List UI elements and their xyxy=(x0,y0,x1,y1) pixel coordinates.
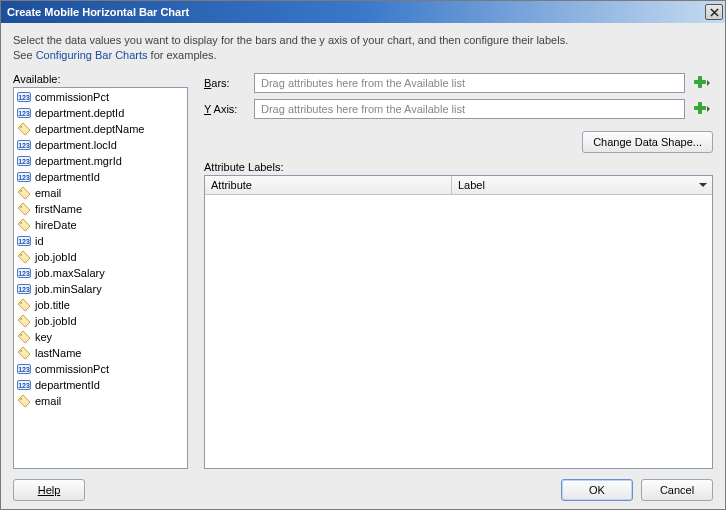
svg-text:123: 123 xyxy=(18,382,30,389)
column-header-label[interactable]: Label xyxy=(452,176,712,194)
bars-label: Bars: xyxy=(204,77,248,89)
tag-type-icon xyxy=(17,250,31,264)
description-line1: Select the data values you want to displ… xyxy=(13,34,568,46)
svg-text:123: 123 xyxy=(18,174,30,181)
list-item-label: key xyxy=(35,331,52,343)
list-item-label: email xyxy=(35,395,61,407)
description-line2-suffix: for examples. xyxy=(148,49,217,61)
svg-text:123: 123 xyxy=(18,238,30,245)
yaxis-add-button[interactable] xyxy=(691,99,713,119)
list-item-label: job.jobId xyxy=(35,315,77,327)
window-close-button[interactable] xyxy=(705,4,723,20)
list-item-label: departmentId xyxy=(35,379,100,391)
svg-text:123: 123 xyxy=(18,270,30,277)
list-item[interactable]: email xyxy=(15,393,186,409)
ok-button[interactable]: OK xyxy=(561,479,633,501)
svg-text:123: 123 xyxy=(18,142,30,149)
svg-point-21 xyxy=(20,302,22,304)
plus-icon xyxy=(693,75,711,91)
list-item-label: email xyxy=(35,187,61,199)
list-item-label: department.deptId xyxy=(35,107,124,119)
available-list[interactable]: 123commissionPct123department.deptIddepa… xyxy=(13,87,188,469)
list-item-label: firstName xyxy=(35,203,82,215)
tag-type-icon xyxy=(17,298,31,312)
svg-point-24 xyxy=(20,350,22,352)
number-type-icon: 123 xyxy=(17,266,31,280)
tag-type-icon xyxy=(17,330,31,344)
list-item-label: lastName xyxy=(35,347,81,359)
list-item[interactable]: lastName xyxy=(15,345,186,361)
list-item-label: department.deptName xyxy=(35,123,144,135)
chevron-down-icon xyxy=(698,180,708,190)
svg-text:123: 123 xyxy=(18,110,30,117)
list-item[interactable]: job.jobId xyxy=(15,313,186,329)
bars-drop-target[interactable]: Drag attributes here from the Available … xyxy=(254,73,685,93)
tag-type-icon xyxy=(17,122,31,136)
list-item[interactable]: 123commissionPct xyxy=(15,89,186,105)
list-item[interactable]: email xyxy=(15,185,186,201)
list-item[interactable]: firstName xyxy=(15,201,186,217)
svg-text:123: 123 xyxy=(18,286,30,293)
configuring-link[interactable]: Configuring Bar Charts xyxy=(36,49,148,61)
tag-type-icon xyxy=(17,394,31,408)
available-label: Available: xyxy=(13,73,188,85)
list-item[interactable]: 123commissionPct xyxy=(15,361,186,377)
column-header-attribute[interactable]: Attribute xyxy=(205,176,452,194)
list-item[interactable]: job.jobId xyxy=(15,249,186,265)
grid-header: Attribute Label xyxy=(205,176,712,195)
list-item[interactable]: 123id xyxy=(15,233,186,249)
svg-point-11 xyxy=(20,190,22,192)
list-item-label: job.title xyxy=(35,299,70,311)
number-type-icon: 123 xyxy=(17,378,31,392)
svg-rect-31 xyxy=(694,80,706,84)
list-item[interactable]: hireDate xyxy=(15,217,186,233)
list-item-label: id xyxy=(35,235,44,247)
help-button[interactable]: Help xyxy=(13,479,85,501)
list-item[interactable]: 123department.mgrId xyxy=(15,153,186,169)
number-type-icon: 123 xyxy=(17,154,31,168)
svg-point-12 xyxy=(20,206,22,208)
list-item[interactable]: 123department.locId xyxy=(15,137,186,153)
number-type-icon: 123 xyxy=(17,90,31,104)
svg-text:123: 123 xyxy=(18,366,30,373)
tag-type-icon xyxy=(17,346,31,360)
list-item[interactable]: job.title xyxy=(15,297,186,313)
svg-text:123: 123 xyxy=(18,94,30,101)
list-item[interactable]: 123departmentId xyxy=(15,169,186,185)
list-item[interactable]: department.deptName xyxy=(15,121,186,137)
description-line2-prefix: See xyxy=(13,49,36,61)
description-text: Select the data values you want to displ… xyxy=(13,33,713,63)
svg-point-22 xyxy=(20,318,22,320)
number-type-icon: 123 xyxy=(17,362,31,376)
list-item[interactable]: 123departmentId xyxy=(15,377,186,393)
list-item[interactable]: key xyxy=(15,329,186,345)
svg-point-16 xyxy=(20,254,22,256)
list-item-label: job.maxSalary xyxy=(35,267,105,279)
number-type-icon: 123 xyxy=(17,234,31,248)
list-item-label: department.locId xyxy=(35,139,117,151)
title-bar: Create Mobile Horizontal Bar Chart xyxy=(1,1,725,23)
bars-add-button[interactable] xyxy=(691,73,713,93)
attribute-labels-title: Attribute Labels: xyxy=(204,161,713,173)
svg-rect-33 xyxy=(694,106,706,110)
list-item-label: departmentId xyxy=(35,171,100,183)
list-item[interactable]: 123job.minSalary xyxy=(15,281,186,297)
yaxis-label: Y Axis: xyxy=(204,103,248,115)
svg-text:123: 123 xyxy=(18,158,30,165)
list-item[interactable]: 123job.maxSalary xyxy=(15,265,186,281)
tag-type-icon xyxy=(17,218,31,232)
list-item-label: job.jobId xyxy=(35,251,77,263)
change-data-shape-button[interactable]: Change Data Shape... xyxy=(582,131,713,153)
tag-type-icon xyxy=(17,186,31,200)
list-item-label: commissionPct xyxy=(35,363,109,375)
column-dropdown-button[interactable] xyxy=(696,178,710,192)
close-icon xyxy=(710,8,719,17)
svg-point-13 xyxy=(20,222,22,224)
list-item-label: commissionPct xyxy=(35,91,109,103)
column-header-label-text: Label xyxy=(458,179,485,191)
cancel-button[interactable]: Cancel xyxy=(641,479,713,501)
list-item[interactable]: 123department.deptId xyxy=(15,105,186,121)
list-item-label: job.minSalary xyxy=(35,283,102,295)
grid-body[interactable] xyxy=(205,195,712,468)
yaxis-drop-target[interactable]: Drag attributes here from the Available … xyxy=(254,99,685,119)
